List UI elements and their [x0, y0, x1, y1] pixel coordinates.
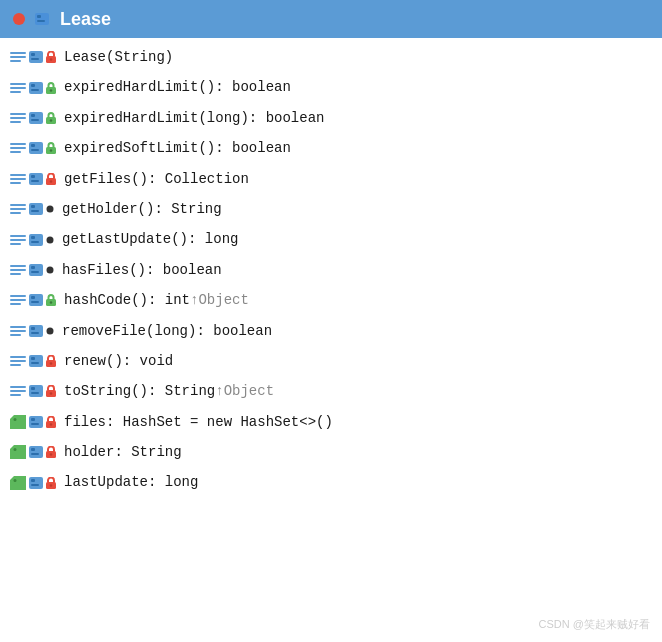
class-cube-blue-icon	[28, 233, 44, 247]
list-item[interactable]: expiredSoftLimit(): boolean	[0, 133, 662, 163]
icon-group	[10, 354, 56, 368]
svg-rect-69	[31, 296, 35, 299]
dot-icon	[46, 266, 54, 274]
class-cube-blue-icon	[28, 111, 44, 125]
svg-rect-31	[29, 142, 43, 154]
class-cube-blue-icon	[28, 81, 44, 95]
class-cube-blue-icon	[28, 141, 44, 155]
svg-rect-9	[31, 58, 39, 60]
svg-rect-1	[35, 13, 49, 25]
svg-rect-56	[31, 241, 39, 243]
list-item[interactable]: Lease(String)	[0, 42, 662, 72]
icon-group	[10, 476, 56, 490]
icon-group	[10, 233, 54, 247]
svg-rect-99	[31, 423, 39, 425]
icon-group	[10, 202, 54, 216]
member-signature: expiredHardLimit(long): boolean	[64, 107, 324, 129]
list-item[interactable]: removeFile(long): boolean	[0, 316, 662, 346]
icon-group	[10, 111, 56, 125]
lock-green-icon	[46, 142, 56, 154]
svg-rect-39	[29, 173, 43, 185]
member-signature: getFiles(): Collection	[64, 168, 249, 190]
member-signature: Lease(String)	[64, 46, 173, 68]
window-title: Lease	[60, 9, 111, 30]
member-signature: hasFiles(): boolean	[62, 259, 222, 281]
svg-point-64	[47, 266, 54, 273]
class-cube-blue-icon	[28, 445, 44, 459]
method-icon	[10, 324, 26, 338]
svg-point-0	[13, 13, 25, 25]
class-cube-blue-icon	[28, 202, 44, 216]
lock-red-icon	[46, 416, 56, 428]
icon-group	[10, 415, 56, 429]
method-icon	[10, 202, 26, 216]
svg-rect-103	[29, 446, 43, 458]
main-container: Lease Lease(String) expiredHardLimit(): …	[0, 0, 662, 642]
list-item[interactable]: getHolder(): String	[0, 194, 662, 224]
list-item[interactable]: expiredHardLimit(): boolean	[0, 72, 662, 102]
list-item[interactable]: getLastUpdate(): long	[0, 224, 662, 254]
svg-rect-25	[31, 119, 39, 121]
lock-green-icon	[46, 112, 56, 124]
dot-icon	[46, 205, 54, 213]
class-cube-blue-icon	[28, 476, 44, 490]
method-icon	[10, 233, 26, 247]
icon-group	[10, 293, 56, 307]
list-item[interactable]: hasFiles(): boolean	[0, 255, 662, 285]
list-item[interactable]: lastUpdate: long	[0, 467, 662, 497]
svg-rect-55	[31, 236, 35, 239]
field-tag-icon	[10, 415, 26, 429]
member-signature: getLastUpdate(): long	[62, 228, 238, 250]
field-tag-icon	[10, 445, 26, 459]
method-icon	[10, 111, 26, 125]
list-item[interactable]: files: HashSet = new HashSet<>()	[0, 407, 662, 437]
member-signature: toString(): String	[64, 380, 215, 402]
svg-rect-15	[29, 82, 43, 94]
svg-rect-77	[31, 327, 35, 330]
class-cube-blue-icon	[28, 415, 44, 429]
list-item[interactable]: holder: String	[0, 437, 662, 467]
class-cube-blue-icon	[28, 293, 44, 307]
svg-rect-62	[31, 266, 35, 269]
lock-red-icon	[46, 173, 56, 185]
list-item[interactable]: getFiles(): Collection	[0, 164, 662, 194]
icon-group	[10, 384, 56, 398]
lock-green-icon	[46, 82, 56, 94]
svg-rect-8	[31, 53, 35, 56]
icon-group	[10, 81, 56, 95]
svg-rect-97	[29, 416, 43, 428]
svg-rect-85	[31, 362, 39, 364]
title-bar: Lease	[0, 0, 662, 38]
class-cube-blue-icon	[28, 384, 44, 398]
svg-rect-76	[29, 325, 43, 337]
member-signature: removeFile(long): boolean	[62, 320, 272, 342]
svg-rect-83	[29, 355, 43, 367]
method-icon	[10, 293, 26, 307]
watermark: CSDN @笑起来贼好看	[539, 617, 650, 632]
icon-group	[10, 263, 54, 277]
class-cube-blue-icon	[28, 172, 44, 186]
dot-icon	[46, 327, 54, 335]
icon-group	[10, 324, 54, 338]
class-cube-blue-icon	[28, 324, 44, 338]
member-signature: expiredHardLimit(): boolean	[64, 76, 291, 98]
svg-rect-68	[29, 294, 43, 306]
svg-point-96	[14, 418, 17, 421]
list-item[interactable]: expiredHardLimit(long): boolean	[0, 103, 662, 133]
svg-rect-48	[31, 205, 35, 208]
inherited-label: ↑Object	[215, 380, 274, 402]
circle-dot-icon	[12, 12, 26, 26]
member-signature: hashCode(): int	[64, 289, 190, 311]
list-item[interactable]: renew(): void	[0, 346, 662, 376]
list-item[interactable]: hashCode(): int ↑Object	[0, 285, 662, 315]
svg-point-27	[50, 119, 52, 121]
members-list: Lease(String) expiredHardLimit(): boolea…	[0, 38, 662, 502]
lock-red-icon	[46, 477, 56, 489]
dot-icon	[46, 236, 54, 244]
svg-point-72	[50, 302, 52, 304]
method-icon	[10, 263, 26, 277]
class-cube-blue-icon	[28, 354, 44, 368]
member-signature: holder: String	[64, 441, 182, 463]
svg-rect-7	[29, 51, 43, 63]
list-item[interactable]: toString(): String ↑Object	[0, 376, 662, 406]
